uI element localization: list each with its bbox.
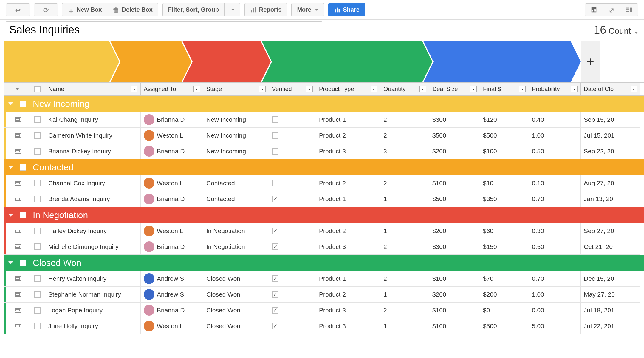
column-header[interactable]: Product Type▾ (316, 83, 380, 95)
cell-final[interactable]: $60 (480, 223, 529, 239)
table-row[interactable]: June Holly Inquiry Weston L Closed Won P… (4, 318, 644, 334)
cell-probability[interactable]: 0.30 (529, 223, 581, 239)
cell-name[interactable]: June Holly Inquiry (45, 318, 141, 334)
column-filter-button[interactable]: ▾ (470, 86, 477, 92)
cell-probability[interactable]: 0.70 (529, 191, 581, 207)
cell-quantity[interactable]: 1 (380, 318, 429, 334)
cell-assigned[interactable]: Weston L (141, 128, 203, 143)
cell-product[interactable]: Product 3 (316, 239, 380, 255)
pipeline-stage[interactable]: 5Closed Won (262, 41, 432, 82)
cell-name[interactable]: Cameron White Inquiry (45, 128, 141, 143)
cell-date[interactable]: Jan 13, 20 (581, 191, 640, 207)
cell-quantity[interactable]: 2 (380, 112, 429, 128)
cell-deal-size[interactable]: $100 (429, 175, 480, 191)
cell-probability[interactable]: 0.50 (529, 143, 581, 159)
row-checkbox[interactable] (34, 228, 41, 234)
cell-quantity[interactable]: 1 (380, 191, 429, 207)
row-checkbox[interactable] (34, 243, 41, 250)
filter-dropdown-button[interactable] (224, 3, 240, 16)
cell-name[interactable]: Brianna Dickey Inquiry (45, 143, 141, 159)
table-row[interactable]: Chandal Cox Inquiry Weston L Contacted P… (4, 175, 644, 191)
cell-product[interactable]: Product 2 (316, 287, 380, 303)
cell-quantity[interactable]: 2 (380, 239, 429, 255)
column-header[interactable] (4, 83, 29, 95)
cell-assigned[interactable]: Andrew S (141, 271, 203, 287)
more-button[interactable]: More (291, 3, 324, 16)
cell-deal-size[interactable]: $300 (429, 112, 480, 128)
cell-stage[interactable]: In Negotiation (203, 239, 269, 255)
row-checkbox[interactable] (34, 275, 41, 282)
verified-checkbox[interactable] (272, 180, 278, 186)
cell-probability[interactable]: 0.40 (529, 112, 581, 128)
row-handle[interactable] (6, 287, 29, 303)
layout-button[interactable] (620, 3, 638, 16)
share-button[interactable]: Share (328, 3, 365, 16)
column-filter-button[interactable]: ▾ (131, 86, 137, 92)
verified-checkbox[interactable] (272, 307, 278, 314)
row-handle[interactable] (6, 128, 29, 143)
column-filter-button[interactable]: ▾ (371, 86, 377, 92)
cell-name[interactable]: Kai Chang Inquiry (45, 112, 141, 128)
row-checkbox[interactable] (34, 323, 41, 329)
cell-verified[interactable] (269, 303, 316, 318)
cell-final[interactable]: $350 (480, 191, 529, 207)
cell-final[interactable]: $200 (480, 287, 529, 303)
cell-probability[interactable]: 0.70 (529, 271, 581, 287)
verified-checkbox[interactable] (272, 196, 278, 202)
verified-checkbox[interactable] (272, 275, 278, 282)
cell-product[interactable]: Product 2 (316, 175, 380, 191)
column-header[interactable]: Name▾ (45, 83, 141, 95)
count-display[interactable]: 16 Count (594, 24, 638, 36)
cell-verified[interactable] (269, 175, 316, 191)
cell-probability[interactable]: 1.00 (529, 128, 581, 143)
cell-quantity[interactable]: 1 (380, 287, 429, 303)
cell-verified[interactable] (269, 271, 316, 287)
group-checkbox[interactable] (20, 101, 26, 107)
cell-name[interactable]: Henry Walton Inquiry (45, 271, 141, 287)
cell-quantity[interactable]: 2 (380, 128, 429, 143)
verified-checkbox[interactable] (272, 228, 278, 234)
cell-deal-size[interactable]: $100 (429, 318, 480, 334)
cell-date[interactable]: Sep 15, 20 (581, 112, 640, 128)
cell-product[interactable]: Product 1 (316, 191, 380, 207)
cell-assigned[interactable]: Andrew S (141, 287, 203, 303)
cell-final[interactable]: $70 (480, 271, 529, 287)
table-row[interactable]: Henry Walton Inquiry Andrew S Closed Won… (4, 271, 644, 287)
column-filter-button[interactable]: ▾ (259, 86, 266, 92)
cell-product[interactable]: Product 3 (316, 318, 380, 334)
verified-checkbox[interactable] (272, 243, 278, 250)
cell-deal-size[interactable]: $200 (429, 143, 480, 159)
verified-checkbox[interactable] (272, 323, 278, 329)
group-header[interactable]: In Negotiation (4, 207, 644, 223)
select-all-checkbox[interactable] (34, 86, 41, 92)
table-row[interactable]: Kai Chang Inquiry Brianna D New Incoming… (4, 112, 644, 128)
cell-name[interactable]: Stephanie Norman Inquiry (45, 287, 141, 303)
cell-quantity[interactable]: 1 (380, 223, 429, 239)
add-stage-button[interactable]: + (581, 41, 600, 82)
verified-checkbox[interactable] (272, 116, 278, 123)
cell-deal-size[interactable]: $500 (429, 128, 480, 143)
column-header[interactable]: Final $▾ (480, 83, 529, 95)
cell-product[interactable]: Product 3 (316, 303, 380, 318)
refresh-button[interactable]: ⟳ (34, 3, 58, 16)
row-checkbox[interactable] (34, 291, 41, 298)
title-input[interactable] (6, 21, 322, 38)
cell-final[interactable]: $120 (480, 112, 529, 128)
verified-checkbox[interactable] (272, 132, 278, 139)
cell-date[interactable]: Sep 22, 20 (581, 143, 640, 159)
table-row[interactable]: Stephanie Norman Inquiry Andrew S Closed… (4, 287, 644, 303)
group-header[interactable]: New Incoming (4, 96, 644, 112)
table-row[interactable]: Michelle Dimungo Inquiry Brianna D In Ne… (4, 239, 644, 255)
cell-quantity[interactable]: 2 (380, 175, 429, 191)
new-box-button[interactable]: ＋New Box (62, 3, 107, 16)
row-checkbox[interactable] (34, 196, 41, 202)
pipeline-stage[interactable]: 4Closed Lost (423, 41, 581, 82)
table-row[interactable]: Brenda Adams Inquiry Brianna D Contacted… (4, 191, 644, 207)
cell-assigned[interactable]: Brianna D (141, 239, 203, 255)
cell-stage[interactable]: Closed Won (203, 287, 269, 303)
group-checkbox[interactable] (20, 212, 26, 218)
row-handle[interactable] (6, 112, 29, 128)
cell-stage[interactable]: New Incoming (203, 112, 269, 128)
cell-name[interactable]: Halley Dickey Inquiry (45, 223, 141, 239)
cell-stage[interactable]: New Incoming (203, 143, 269, 159)
